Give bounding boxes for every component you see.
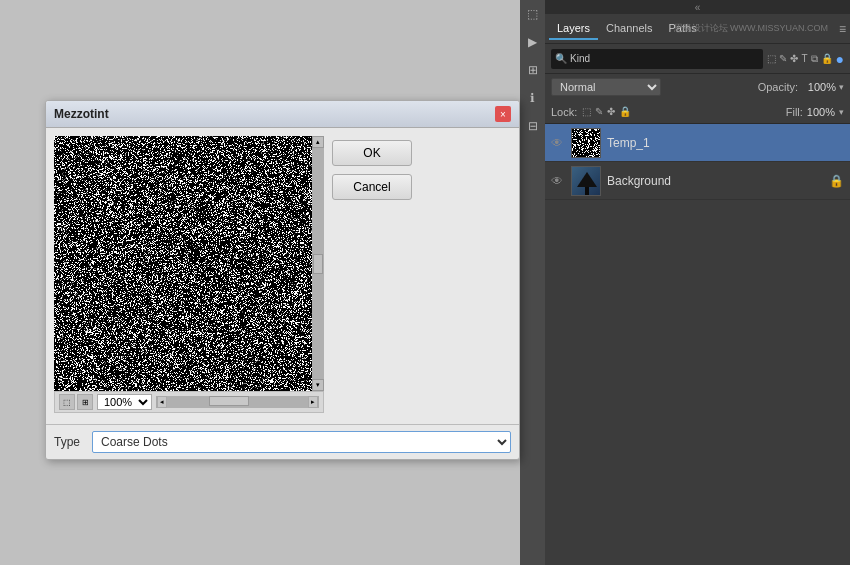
lock-fill-row: Lock: ⬚ ✎ ✤ 🔒 Fill: 100% ▾ [545, 100, 850, 124]
opacity-value[interactable]: 100% [801, 81, 836, 93]
right-panel: « Layers Channels Paths ≡ 思缘设计论坛 WWW.MIS… [545, 0, 850, 565]
filter-icon-5[interactable]: ⧉ [811, 53, 818, 65]
opacity-arrow[interactable]: ▾ [839, 82, 844, 92]
opacity-control: Opacity: 100% ▾ [667, 81, 844, 93]
sidebar-icon-2[interactable]: ▶ [523, 32, 543, 52]
layer-item-background[interactable]: 👁 Background 🔒 [545, 162, 850, 200]
sidebar-icon-5[interactable]: ⊟ [523, 116, 543, 136]
layer-thumbnail-bg [571, 166, 601, 196]
search-icon: 🔍 [555, 53, 567, 64]
mezzotint-preview [54, 136, 314, 391]
lock-all-icon[interactable]: 🔒 [619, 106, 631, 117]
sidebar-icon-1[interactable]: ⬚ [523, 4, 543, 24]
filter-icon-6[interactable]: 🔒 [821, 53, 833, 64]
mode-icon-2[interactable]: ⊞ [77, 394, 93, 410]
layer-name-temp1: Temp_1 [607, 136, 844, 150]
watermark-text: 思缘设计论坛 WWW.MISSYUAN.COM [674, 22, 829, 35]
layers-list: 👁 Temp_1 👁 Background 🔒 [545, 124, 850, 565]
dialog-title: Mezzotint [54, 107, 109, 121]
mode-icon-1[interactable]: ⬚ [59, 394, 75, 410]
filter-icon-2[interactable]: ✎ [779, 53, 787, 64]
type-label: Type [54, 435, 84, 449]
lock-transparent-icon[interactable]: ⬚ [582, 106, 591, 117]
left-sidebar: ⬚ ▶ ⊞ ℹ ⊟ [520, 0, 545, 565]
filter-icon-3[interactable]: ✤ [790, 53, 798, 64]
dialog-preview-area: ▴ ▾ ⬚ ⊞ 100% ◂ [54, 136, 324, 416]
lock-label: Lock: [551, 106, 577, 118]
mezzotint-dialog: Mezzotint × ▴ ▾ [45, 100, 520, 460]
search-filter-icons: ⬚ ✎ ✤ T ⧉ 🔒 ● [767, 51, 844, 67]
fill-label: Fill: [786, 106, 803, 118]
layer-item-temp1[interactable]: 👁 Temp_1 [545, 124, 850, 162]
hscroll-thumb[interactable] [209, 396, 249, 406]
lock-paint-icon[interactable]: ✎ [595, 106, 603, 117]
fill-value[interactable]: 100% [807, 106, 835, 118]
dialog-titlebar: Mezzotint × [46, 101, 519, 128]
filter-icon-1[interactable]: ⬚ [767, 53, 776, 64]
collapse-icon: « [695, 2, 701, 13]
dialog-type-row: Type Coarse Dots [46, 424, 519, 459]
tab-channels[interactable]: Channels [598, 18, 660, 40]
preview-vscrollbar[interactable]: ▴ ▾ [312, 136, 324, 391]
vscroll-up-button[interactable]: ▴ [312, 136, 324, 148]
dialog-cancel-button[interactable]: Cancel [332, 174, 412, 200]
layer-visibility-bg[interactable]: 👁 [551, 174, 565, 188]
layer-lock-bg: 🔒 [829, 174, 844, 188]
fill-control: Fill: 100% ▾ [786, 106, 844, 118]
dialog-close-button[interactable]: × [495, 106, 511, 122]
panel-search-toolbar: 🔍 Kind ⬚ ✎ ✤ T ⧉ 🔒 ● [545, 44, 850, 74]
panel-collapse-button[interactable]: « [545, 0, 850, 14]
search-kind-label: Kind [570, 53, 590, 64]
preview-mode-icons: ⬚ ⊞ [59, 394, 93, 410]
sidebar-icon-3[interactable]: ⊞ [523, 60, 543, 80]
layer-search-bar[interactable]: 🔍 Kind [551, 49, 763, 69]
dialog-ok-button[interactable]: OK [332, 140, 412, 166]
preview-hscrollbar[interactable]: ◂ ▸ [156, 396, 319, 408]
vscroll-thumb[interactable] [313, 254, 323, 274]
dialog-buttons: OK Cancel [332, 136, 412, 416]
vscroll-down-button[interactable]: ▾ [312, 379, 324, 391]
dialog-body: ▴ ▾ ⬚ ⊞ 100% ◂ [46, 128, 519, 424]
layer-name-bg: Background [607, 174, 823, 188]
blend-mode-select[interactable]: Normal [551, 78, 661, 96]
tab-layers[interactable]: Layers [549, 18, 598, 40]
hscroll-track [167, 396, 308, 408]
layer-visibility-temp1[interactable]: 👁 [551, 136, 565, 150]
blend-opacity-row: Normal Opacity: 100% ▾ [545, 74, 850, 100]
preview-bottom-toolbar: ⬚ ⊞ 100% ◂ ▸ [54, 391, 324, 413]
sidebar-icon-4[interactable]: ℹ [523, 88, 543, 108]
layer-thumbnail-temp1 [571, 128, 601, 158]
preview-main: ▴ ▾ [54, 136, 324, 391]
hscroll-left-button[interactable]: ◂ [157, 396, 167, 408]
lock-icons-group: ⬚ ✎ ✤ 🔒 [582, 106, 631, 117]
panel-tabs: Layers Channels Paths ≡ 思缘设计论坛 WWW.MISSY… [545, 14, 850, 44]
type-select[interactable]: Coarse Dots [92, 431, 511, 453]
opacity-label: Opacity: [758, 81, 798, 93]
lock-move-icon[interactable]: ✤ [607, 106, 615, 117]
zoom-select[interactable]: 100% [97, 394, 152, 410]
fill-arrow[interactable]: ▾ [839, 107, 844, 117]
filter-toggle[interactable]: ● [836, 51, 844, 67]
filter-icon-4[interactable]: T [801, 53, 807, 64]
panel-menu-button[interactable]: ≡ [839, 22, 846, 36]
hscroll-right-button[interactable]: ▸ [308, 396, 318, 408]
